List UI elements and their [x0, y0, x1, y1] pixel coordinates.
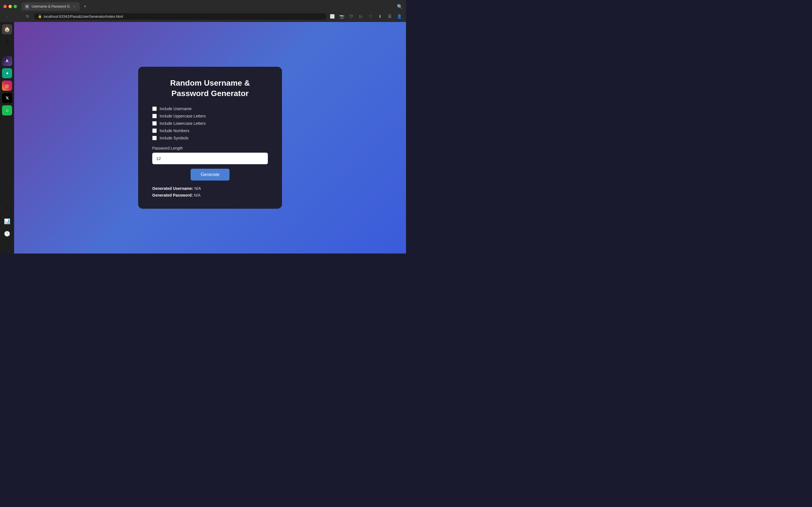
- browser-body: 🏠 ☆ A ✦ ◎ 𝕏 ♫ ♡ 📊 🕐 ··· Random Username …: [0, 22, 406, 253]
- sidebar-app-chatgpt[interactable]: ✦: [2, 68, 12, 78]
- close-window-button[interactable]: [3, 5, 7, 8]
- checkbox-include-username[interactable]: Include Username: [152, 107, 268, 111]
- forward-button[interactable]: ›: [13, 12, 21, 20]
- new-tab-button[interactable]: +: [81, 3, 89, 10]
- download-icon[interactable]: ⬇: [377, 13, 384, 20]
- tab-close-button[interactable]: ×: [72, 4, 77, 9]
- toolbar-icons: ⬜ 📷 🛡 ▷ ♡ ⬇ ☰ 👤: [329, 13, 403, 20]
- profile-icon[interactable]: 👤: [396, 13, 403, 20]
- toolbar: ‹ › ↻ 🔒 localhost:63342/Pass&UserGenerat…: [0, 11, 406, 22]
- address-bar[interactable]: 🔒 localhost:63342/Pass&UserGenerator/ind…: [34, 13, 326, 20]
- sidebar-item-favorites[interactable]: ☆: [2, 37, 12, 47]
- generated-username-label: Generated Username:: [152, 186, 193, 191]
- include-numbers-checkbox[interactable]: [152, 128, 157, 133]
- include-uppercase-checkbox[interactable]: [152, 114, 157, 118]
- include-numbers-label: Include Numbers: [160, 128, 190, 133]
- minimize-window-button[interactable]: [8, 5, 12, 8]
- tab-title: Username & Password G: [32, 4, 70, 8]
- sidebar-app-instagram[interactable]: ◎: [2, 80, 12, 91]
- camera-icon[interactable]: 📷: [338, 13, 345, 20]
- password-length-label: Password Length: [152, 146, 268, 151]
- checkbox-group: Include Username Include Uppercase Lette…: [152, 107, 268, 140]
- page-content: Random Username & Password Generator Inc…: [14, 22, 406, 253]
- heart-icon[interactable]: ♡: [367, 13, 374, 20]
- active-tab[interactable]: W Username & Password G ×: [21, 2, 80, 11]
- search-icon[interactable]: 🔍: [397, 4, 403, 9]
- play-icon[interactable]: ▷: [357, 13, 364, 20]
- generated-password-label: Generated Password:: [152, 193, 193, 198]
- generated-username-result: Generated Username: N/A: [152, 186, 268, 191]
- sidebar-app-arcast[interactable]: A: [2, 56, 12, 66]
- refresh-button[interactable]: ↻: [24, 12, 32, 20]
- maximize-window-button[interactable]: [13, 5, 17, 8]
- sidebar: 🏠 ☆ A ✦ ◎ 𝕏 ♫ ♡ 📊 🕐 ···: [0, 22, 14, 253]
- card-title: Random Username & Password Generator: [152, 78, 268, 99]
- traffic-lights: [3, 5, 17, 8]
- sidebar-bottom: ♡ 📊 🕐 ···: [2, 204, 12, 251]
- lock-icon: 🔒: [38, 14, 42, 18]
- include-symbols-label: Include Symbols: [160, 136, 189, 140]
- shield-icon[interactable]: 🛡: [348, 13, 355, 20]
- sidebar-item-likes[interactable]: ♡: [2, 204, 12, 214]
- include-username-checkbox[interactable]: [152, 107, 157, 111]
- sidebar-item-more[interactable]: ···: [2, 241, 12, 251]
- include-username-label: Include Username: [160, 107, 192, 111]
- sidebar-item-history[interactable]: 🕐: [2, 229, 12, 239]
- checkbox-include-symbols[interactable]: Include Symbols: [152, 136, 268, 140]
- tab-favicon: W: [25, 4, 29, 9]
- checkbox-include-lowercase[interactable]: Include Lowercase Letters: [152, 121, 268, 126]
- sidebar-app-x[interactable]: 𝕏: [2, 93, 12, 103]
- back-button[interactable]: ‹: [3, 12, 11, 20]
- browser-chrome: W Username & Password G × + 🔍 ‹ › ↻ 🔒 lo…: [0, 0, 406, 22]
- screenshot-icon[interactable]: ⬜: [329, 13, 336, 20]
- include-symbols-checkbox[interactable]: [152, 136, 157, 140]
- include-uppercase-label: Include Uppercase Letters: [160, 114, 206, 118]
- result-section: Generated Username: N/A Generated Passwo…: [152, 186, 268, 198]
- include-lowercase-label: Include Lowercase Letters: [160, 121, 206, 126]
- menu-icon[interactable]: ☰: [386, 13, 393, 20]
- checkbox-include-numbers[interactable]: Include Numbers: [152, 128, 268, 133]
- generate-button[interactable]: Generate: [191, 169, 230, 180]
- checkbox-include-uppercase[interactable]: Include Uppercase Letters: [152, 114, 268, 118]
- generated-password-value: N/A: [194, 193, 200, 198]
- tab-bar: W Username & Password G × +: [21, 2, 395, 11]
- sidebar-app-spotify[interactable]: ♫: [2, 105, 12, 115]
- password-length-input[interactable]: [152, 153, 268, 164]
- sidebar-item-stats[interactable]: 📊: [2, 216, 12, 226]
- generator-card: Random Username & Password Generator Inc…: [138, 67, 282, 209]
- include-lowercase-checkbox[interactable]: [152, 121, 157, 126]
- title-bar: W Username & Password G × + 🔍: [0, 0, 406, 11]
- address-text: localhost:63342/Pass&UserGenerator/index…: [44, 14, 123, 18]
- generated-password-result: Generated Password: N/A: [152, 193, 268, 198]
- generated-username-value: N/A: [194, 186, 201, 191]
- sidebar-item-home[interactable]: 🏠: [2, 24, 12, 34]
